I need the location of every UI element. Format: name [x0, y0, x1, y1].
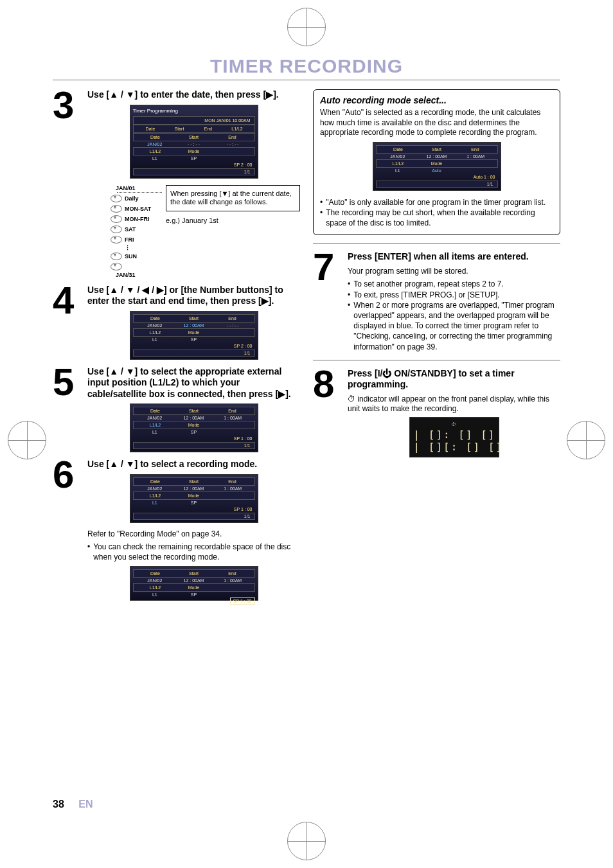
cell: L1 — [136, 500, 175, 505]
step-3-osd: Timer Programming MON JAN/01 10:00AM Dat… — [130, 105, 258, 179]
flow-label: SUN — [125, 253, 137, 260]
cell: Mode — [175, 149, 213, 154]
auto-bullet-1: "Auto" is only available for one program… — [326, 197, 546, 208]
auto-heading: Auto recording mode select... — [320, 95, 553, 105]
cell: SP — [174, 156, 213, 161]
osd-page: 1/1 — [133, 442, 255, 449]
osd-page: 1/1 — [133, 168, 255, 175]
step-7-number: 7 — [313, 251, 342, 283]
rule — [313, 360, 560, 360]
step-6-number: 6 — [53, 459, 82, 490]
cell — [213, 585, 252, 590]
osd-header-row: Date Start End L1/L2 — [133, 125, 255, 133]
cell: JAN/02 — [136, 142, 175, 146]
step-6: 6 Use [▲ / ▼] to select a recording mode… — [53, 459, 300, 607]
step-4-heading: Use [▲ / ▼ / ◀ / ▶] or [the Number butto… — [87, 285, 300, 307]
cell: 12 : 00AM — [174, 416, 213, 420]
date-note-2: e.g.) January 1st — [166, 217, 300, 224]
cell: JAN/02 — [136, 323, 175, 328]
cell: L1/L2 — [136, 149, 175, 154]
cell: JAN/02 — [378, 154, 418, 159]
cell: End — [213, 571, 252, 576]
step-8-number: 8 — [313, 368, 342, 400]
osd-row: JAN/02 - - : - - - - : - - — [133, 141, 255, 147]
cell: Mode — [175, 585, 213, 590]
crop-mark-right — [567, 421, 605, 459]
page-number: 38 — [53, 799, 64, 810]
cell: Start — [175, 135, 213, 139]
cell: L1/L2 — [136, 493, 175, 498]
cell: - - : - - — [213, 142, 253, 146]
osd-remaining: SP 2 : 00 — [133, 161, 255, 168]
step-3: 3 Use [▲ / ▼] to enter the date, then pr… — [53, 89, 300, 278]
down-arrow-icon — [111, 215, 122, 223]
step-6-note-2: You can check the remaining recordable s… — [93, 542, 300, 562]
cell: Date — [136, 479, 175, 484]
step-8: 8 Press [I/⏻ ON/STANDBY] to set a timer … — [313, 368, 560, 460]
cell: SP — [174, 592, 213, 597]
step-4-osd: DateStartEnd JAN/0212 : 00AM- - : - - L1… — [130, 311, 258, 360]
cell: 1 : 00AM — [456, 154, 495, 159]
crop-mark-left — [8, 421, 46, 459]
timer-icon: ⏱ — [414, 421, 495, 427]
step-6-note-1: Refer to "Recording Mode" on page 34. — [87, 529, 300, 540]
cell: Date — [379, 147, 418, 152]
cell: Start — [175, 316, 213, 321]
flow-label: MON-SAT — [125, 206, 151, 212]
cell — [213, 500, 253, 505]
page-title: TIMER RECORDING — [53, 55, 560, 77]
osd-remaining: SP 1 : 00 — [133, 435, 255, 442]
right-column: Auto recording mode select... When "Auto… — [313, 89, 560, 607]
cell — [213, 149, 252, 154]
cell: 12 : 00AM — [174, 578, 213, 583]
cell: JAN/02 — [136, 486, 175, 491]
step-5-number: 5 — [53, 366, 82, 398]
flow-label: MON-FRI — [125, 216, 150, 222]
osd-page: 1/1 — [133, 513, 255, 520]
cell: Date — [136, 571, 175, 576]
cell: Start — [175, 571, 213, 576]
cell — [213, 430, 253, 434]
flow-end: JAN/31 — [116, 272, 136, 278]
page-footer: 38 EN — [53, 799, 93, 810]
osd-page: 1/1 — [376, 181, 498, 188]
cell: End — [213, 135, 252, 139]
down-arrow-icon — [111, 226, 122, 233]
cell — [456, 168, 495, 173]
auto-mode-box: Auto recording mode select... When "Auto… — [313, 89, 560, 235]
osd-row: L1/L2 Mode — [133, 147, 255, 155]
cell — [213, 423, 252, 427]
cell: Mode — [175, 493, 213, 498]
hdr-start: Start — [165, 127, 194, 131]
down-arrow-icon — [111, 205, 122, 213]
osd-remaining: SP 2 : 00 — [133, 342, 255, 350]
step-6-osd2: DateStartEnd JAN/0212 : 00AM1 : 00AM L1/… — [130, 566, 258, 601]
hdr-end: End — [194, 127, 223, 131]
flow-start: JAN/01 — [116, 185, 136, 191]
cell: End — [456, 147, 495, 152]
panel-digits: | []: [] [] | [][: [] [] — [414, 429, 504, 453]
down-arrow-icon — [111, 236, 122, 244]
down-arrow-icon — [111, 263, 122, 270]
date-flow-diagram: JAN/01 Daily MON-SAT MON-FRI SAT FRI ⋮ S… — [111, 185, 300, 278]
step-8-heading: Press [I/⏻ ON/STANDBY] to set a timer pr… — [348, 368, 560, 391]
step-4: 4 Use [▲ / ▼ / ◀ / ▶] or [the Number but… — [53, 285, 300, 366]
step-7-heading: Press [ENTER] when all items are entered… — [348, 251, 560, 263]
cell: 12 : 00AM — [174, 323, 213, 328]
cell: Start — [175, 409, 213, 413]
cell: JAN/02 — [136, 578, 175, 583]
cell: SP — [174, 430, 213, 434]
hdr-l1l2: L1/L2 — [223, 127, 252, 131]
cell: L1 — [136, 156, 175, 161]
cell: SP — [174, 500, 213, 505]
step-3-number: 3 — [53, 89, 82, 121]
cell: L1/L2 — [379, 161, 418, 166]
cell — [456, 161, 495, 166]
cell: Mode — [175, 423, 213, 427]
step-5-heading: Use [▲ / ▼] to select the appropriate ex… — [87, 366, 300, 400]
step-3-heading: Use [▲ / ▼] to enter the date, then pres… — [87, 89, 300, 101]
cell: 1 : 00AM — [213, 486, 253, 491]
cell: Date — [136, 316, 175, 321]
cell — [213, 493, 252, 498]
osd-title: Timer Programming — [133, 108, 255, 114]
